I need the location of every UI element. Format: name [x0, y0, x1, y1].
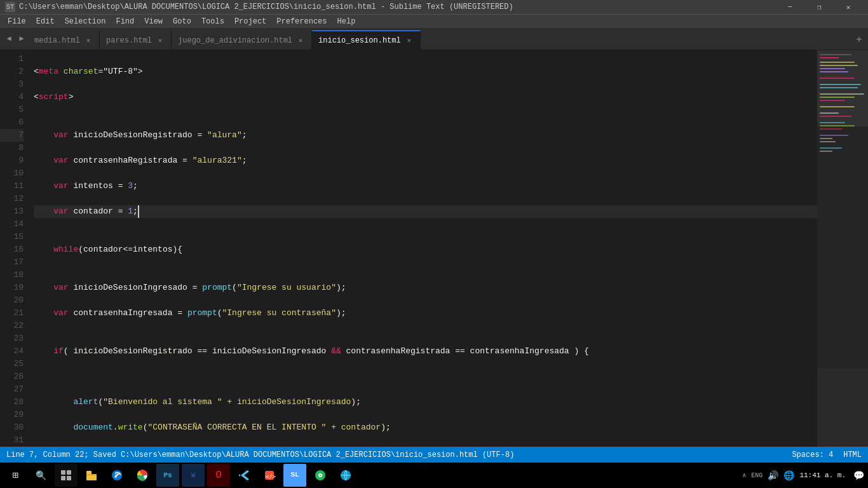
taskbar: ⊞ 🔍 Ps W O </> SL ∧ E [0, 463, 868, 488]
line-numbers: 1 2 3 4 5 6 7 8 9 10 11 12 13 14 15 16 1… [0, 50, 29, 447]
tab-inicio[interactable]: inicio_sesion.html ✕ [312, 30, 421, 50]
maximize-button[interactable]: ❐ [804, 0, 834, 14]
svg-rect-12 [820, 97, 855, 98]
svg-rect-27 [61, 476, 65, 480]
code-line-18: document.write("CONTRASEÑA CORRECTA EN E… [34, 421, 817, 434]
line-num: 9 [0, 154, 24, 167]
line-num: 24 [0, 345, 24, 358]
line-num: 27 [0, 383, 24, 396]
tab-media[interactable]: media.html ✕ [28, 30, 100, 50]
explorer-icon[interactable] [80, 464, 103, 487]
svg-rect-23 [820, 147, 842, 149]
code-line-4: var inicioDeSesionRegistrado = "alura"; [34, 129, 817, 142]
code-editor[interactable]: <meta charset="UTF-8"> <script> var inic… [29, 50, 817, 447]
new-tab-button[interactable]: + [850, 30, 868, 50]
line-num: 30 [0, 421, 24, 434]
menu-file[interactable]: File [3, 15, 31, 29]
tab-close-juego[interactable]: ✕ [296, 36, 305, 45]
menu-selection[interactable]: Selection [60, 15, 111, 29]
line-num: 13 [0, 205, 24, 218]
menu-help[interactable]: Help [332, 15, 361, 29]
line-num: 15 [0, 231, 24, 243]
svg-rect-21 [820, 138, 832, 139]
tab-close-inicio[interactable]: ✕ [405, 36, 414, 45]
svg-rect-25 [61, 470, 65, 475]
notification-button[interactable]: 💬 [853, 470, 864, 481]
line-num: 19 [0, 281, 24, 294]
task-view-button[interactable] [55, 464, 78, 487]
tab-bar: ◀ ▶ media.html ✕ pares.html ✕ juego_de_a… [0, 28, 868, 50]
line-num: 23 [0, 332, 24, 345]
menu-edit[interactable]: Edit [31, 15, 60, 29]
line-num: 6 [0, 116, 24, 129]
git-icon[interactable]: </> [258, 464, 281, 487]
menu-tools[interactable]: Tools [196, 15, 229, 29]
photoshop-icon[interactable]: Ps [156, 464, 179, 487]
menu-goto[interactable]: Goto [168, 15, 196, 29]
browser-icon[interactable] [334, 464, 357, 487]
svg-rect-14 [820, 106, 855, 107]
tab-close-media[interactable]: ✕ [84, 36, 93, 45]
tray-network[interactable]: 🌐 [783, 470, 794, 481]
code-line-11: var inicioDeSesionIngresado = prompt("In… [34, 281, 817, 294]
status-encoding: HTML [843, 451, 862, 459]
tray-volume[interactable]: 🔊 [768, 470, 778, 481]
svg-rect-8 [820, 78, 855, 79]
svg-rect-24 [820, 151, 832, 152]
svg-rect-26 [67, 470, 71, 475]
tray-keyboard: ENG [751, 472, 763, 479]
minimap [817, 50, 868, 447]
word-icon[interactable]: W [182, 464, 205, 487]
menu-preferences[interactable]: Preferences [271, 15, 332, 29]
menu-bar: File Edit Selection Find View Goto Tools… [0, 14, 868, 28]
code-line-12: var contrasenhaIngresada = prompt("Ingre… [34, 307, 817, 320]
menu-view[interactable]: View [139, 15, 168, 29]
tray-arrow[interactable]: ∧ [742, 471, 746, 479]
tab-prev[interactable]: ◀ [3, 27, 15, 50]
start-button[interactable]: ⊞ [4, 464, 27, 487]
window-controls: ─ ❐ ✕ [775, 0, 863, 14]
menu-project[interactable]: Project [229, 15, 271, 29]
minimize-button[interactable]: ─ [775, 0, 804, 14]
tab-label-juego: juego_de_adivinacion.html [178, 36, 292, 45]
vscode-icon[interactable] [233, 464, 255, 487]
code-line-5: var contrasenhaRegistrada = "alura321"; [34, 154, 817, 167]
svg-rect-4 [820, 62, 855, 63]
opera-icon[interactable]: O [207, 464, 230, 487]
line-num: 1 [0, 53, 24, 65]
menu-find[interactable]: Find [111, 15, 139, 29]
svg-rect-19 [820, 128, 842, 130]
svg-rect-20 [820, 135, 848, 136]
status-spaces: Spaces: 4 [792, 451, 833, 459]
sublime-icon[interactable]: SL [283, 464, 306, 487]
clock: 11:41 a. m. [799, 471, 846, 479]
line-num: 5 [0, 104, 24, 116]
tab-close-pares[interactable]: ✕ [156, 36, 165, 45]
tab-next[interactable]: ▶ [15, 27, 28, 50]
svg-rect-30 [86, 475, 97, 480]
edge-icon[interactable] [105, 464, 128, 487]
close-button[interactable]: ✕ [834, 0, 863, 14]
svg-rect-6 [820, 68, 845, 69]
line-num: 16 [0, 243, 24, 256]
music-icon[interactable] [309, 464, 332, 487]
line-num: 2 [0, 65, 24, 78]
editor-area: 1 2 3 4 5 6 7 8 9 10 11 12 13 14 15 16 1… [0, 50, 868, 447]
line-num: 26 [0, 370, 24, 383]
svg-rect-2 [820, 54, 851, 55]
svg-rect-13 [820, 100, 845, 101]
line-num: 22 [0, 320, 24, 332]
code-line-2: <script> [34, 91, 817, 104]
chrome-icon[interactable] [131, 464, 154, 487]
line-num: 17 [0, 256, 24, 269]
svg-rect-9 [820, 84, 861, 85]
svg-rect-17 [820, 122, 845, 123]
search-button[interactable]: 🔍 [29, 464, 52, 487]
line-num: 4 [0, 91, 24, 104]
line-num: 31 [0, 434, 24, 447]
line-num: 28 [0, 396, 24, 409]
tab-pares[interactable]: pares.html ✕ [100, 30, 172, 50]
tab-juego[interactable]: juego_de_adivinacion.html ✕ [172, 30, 312, 50]
line-num-active: 7 [0, 129, 24, 142]
code-line-6: var intentos = 3; [34, 180, 817, 193]
